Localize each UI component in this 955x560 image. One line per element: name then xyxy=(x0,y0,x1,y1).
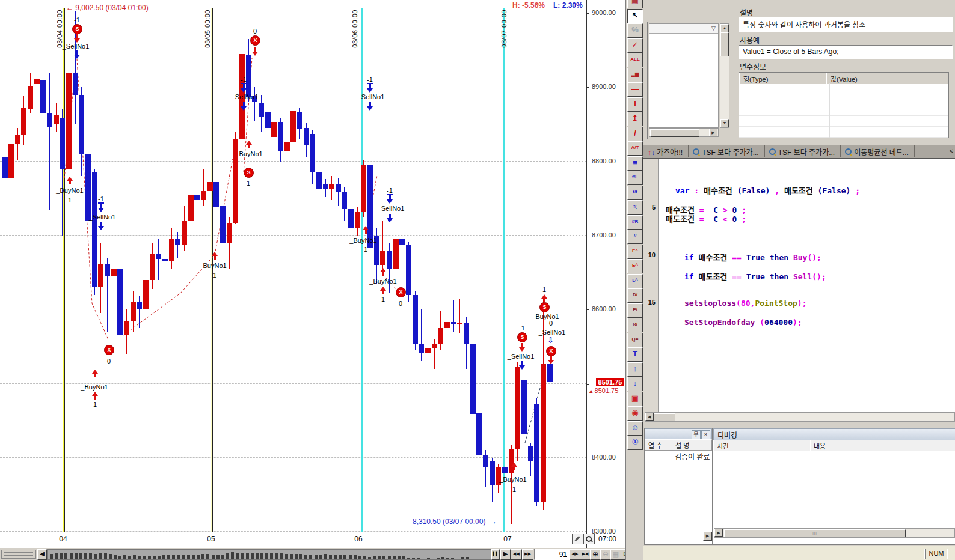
tab-3[interactable]: TSF 보다 주가가... xyxy=(765,145,841,157)
price-axis-label: 8400.00 xyxy=(592,454,616,461)
chart-grid-icon[interactable]: ▦ xyxy=(627,0,643,8)
tab-2[interactable]: TSF 보다 주가가... xyxy=(689,145,765,157)
code-editor[interactable]: var : 매수조건 (False) , 매도조건 (False) ;5매수조건… xyxy=(643,159,955,412)
erase-all-tool[interactable]: ALL xyxy=(627,53,643,67)
close-icon[interactable]: × xyxy=(701,430,710,439)
circle-marker-tool[interactable]: ◉ xyxy=(627,406,643,421)
smiley-marker-tool[interactable]: ☺ xyxy=(627,421,643,436)
point-marker-tool[interactable]: ↥ xyxy=(627,112,643,126)
fib-levels-tool-glyph: f/L xyxy=(628,171,642,183)
column-header-content[interactable]: 내용 xyxy=(810,440,955,451)
low-high-tool[interactable]: L^ xyxy=(627,274,643,288)
elliott-impulse-tool[interactable]: E^ xyxy=(627,259,643,273)
r-channel-tool[interactable]: R/ xyxy=(627,318,643,332)
nav-fast-left-button[interactable]: ◀◀ xyxy=(511,549,522,560)
price-axis[interactable]: 9000.008900.008800.008700.008600.008400.… xyxy=(586,0,626,548)
scroll-right-button[interactable]: ▶ xyxy=(709,129,717,136)
parallel-lines-tool[interactable]: // xyxy=(627,230,643,244)
nav-handle[interactable]: ▌▌ xyxy=(491,549,500,560)
expand-bars-button[interactable]: ◀▶ xyxy=(570,549,580,560)
scroll-right-button[interactable]: ▶ xyxy=(703,532,712,541)
overview-bar xyxy=(123,555,126,559)
elliott-wave-tool[interactable]: E^ xyxy=(627,245,643,259)
pin-icon[interactable]: 무 xyxy=(692,430,701,439)
grid-view-button[interactable]: ▦ xyxy=(610,549,621,560)
code-hscrollbar[interactable]: ◀ xyxy=(645,412,955,422)
signal-value-label: -1 xyxy=(349,76,391,83)
scroll-up-button[interactable]: ▲ xyxy=(720,24,729,32)
fib-fan-tool[interactable]: f/f xyxy=(627,186,643,200)
overview-bar xyxy=(109,554,112,559)
chart-style-tool[interactable]: ▂▆ xyxy=(627,68,643,82)
scroll-right-button[interactable]: ▶ xyxy=(714,529,723,537)
overview-bar xyxy=(363,556,366,559)
scroll-down-button[interactable]: ▼ xyxy=(720,119,729,127)
splitter-grip[interactable] xyxy=(1,550,36,559)
overview-bar xyxy=(182,555,185,559)
trendline-tool[interactable]: / xyxy=(627,127,643,141)
zoom-in-button[interactable]: ⊕ xyxy=(590,549,601,560)
candle-wick xyxy=(177,232,178,258)
candle-up xyxy=(515,367,520,449)
nav-fast-right-button[interactable]: ▶▶ xyxy=(522,549,533,560)
line-number: 15 xyxy=(643,299,656,306)
arrow-down-marker-tool[interactable]: ↓ xyxy=(627,377,643,391)
buy-signal-label: _BuyNo1 xyxy=(49,187,91,194)
overview-bar xyxy=(84,553,87,559)
nav-step-right-button[interactable]: ▶ xyxy=(500,549,511,560)
tab-scroll-left[interactable]: < xyxy=(950,147,953,154)
tab-1[interactable]: ↑↓가즈아!!! xyxy=(643,145,689,157)
level-lines-tool[interactable]: ≡ xyxy=(627,156,643,171)
scrollbar-thumb[interactable] xyxy=(720,32,729,56)
zoom-mode-button[interactable] xyxy=(583,534,595,544)
collapse-bars-button[interactable]: ▶◀ xyxy=(580,549,591,560)
column-header-value[interactable]: 값(Value) xyxy=(826,73,948,84)
buy-signal-label: _BuyNo1 xyxy=(362,278,404,285)
snap-tool[interactable]: % xyxy=(627,23,643,38)
nav-scroll-left-button[interactable]: ◀ xyxy=(37,549,47,560)
column-header-type[interactable]: 형(Type) xyxy=(739,73,831,84)
level-lines-tool-glyph: ≡ xyxy=(628,157,642,169)
overview-bar xyxy=(290,554,293,559)
vline-tool-glyph: I xyxy=(628,98,642,110)
candle-up xyxy=(361,165,366,212)
candle-up xyxy=(201,191,206,200)
hline-tool[interactable]: — xyxy=(627,82,643,97)
fib-retracement-tool[interactable]: f/R xyxy=(627,215,643,230)
text-arrow-tool[interactable]: A/T xyxy=(627,141,643,156)
zoom-out-button[interactable]: ⊖ xyxy=(600,549,611,560)
square-marker-tool[interactable]: ▣ xyxy=(627,392,643,406)
function-list-vscrollbar[interactable]: ▲ ▼ xyxy=(720,23,729,128)
function-list-hscrollbar[interactable]: ▶ xyxy=(649,128,719,137)
candlestick-chart[interactable]: 03/04 00:0003/05 00:0003/06 00:0003/07 0… xyxy=(0,0,586,544)
signal-value-label: -1 xyxy=(80,195,122,202)
fib-arc-tool[interactable]: f( xyxy=(627,200,643,215)
arrow-up-marker-tool[interactable]: ↑ xyxy=(627,362,643,377)
column-header-desc[interactable]: 설 명 xyxy=(672,439,712,451)
number-marker-tool[interactable]: ① xyxy=(627,436,643,450)
debug-hscrollbar[interactable]: ◀ ||| ▶ xyxy=(714,528,955,538)
d-channel-tool[interactable]: D/ xyxy=(627,288,643,303)
quote-box-tool[interactable]: Q= xyxy=(627,333,643,347)
function-list-header[interactable]: ▽ xyxy=(649,24,718,34)
scrollbar-thumb[interactable]: ||| xyxy=(724,529,906,537)
text-tool[interactable]: T xyxy=(627,347,643,362)
chart-overview-strip[interactable] xyxy=(47,549,491,560)
scroll-left-button[interactable]: ◀ xyxy=(645,413,654,421)
column-header-colcount[interactable]: 열 수 xyxy=(645,439,675,451)
fib-levels-tool[interactable]: f/L xyxy=(627,171,643,185)
cursor-tool[interactable]: ↖ xyxy=(627,9,643,23)
vline-tool[interactable]: I xyxy=(627,97,643,112)
draw-mode-button[interactable] xyxy=(572,534,583,544)
bar-count-input[interactable] xyxy=(534,549,570,560)
tab-4[interactable]: 이동평균선 데드... xyxy=(841,145,915,157)
signal-value-label: 1 xyxy=(194,272,236,279)
candle-down xyxy=(310,134,315,172)
column-header-time[interactable]: 시간 xyxy=(713,440,814,451)
candle-up xyxy=(444,322,450,328)
function-list[interactable]: ▽ xyxy=(649,23,719,128)
e-channel-tool[interactable]: E/ xyxy=(627,303,643,318)
candle-down xyxy=(162,259,168,261)
erase-tool[interactable]: ✓ xyxy=(627,38,643,53)
verify-result-row[interactable]: 검증이 완료 xyxy=(675,451,710,461)
